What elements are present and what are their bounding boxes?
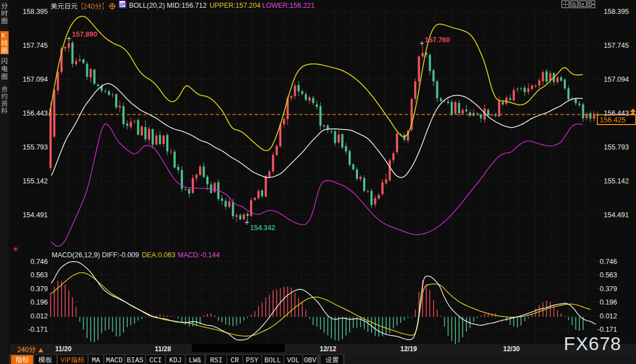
svg-text:155.793: 155.793 <box>604 143 629 151</box>
svg-text:12/30: 12/30 <box>503 345 520 353</box>
svg-text:0.012: 0.012 <box>600 312 617 320</box>
svg-text:154.491: 154.491 <box>23 211 48 219</box>
svg-text:-0.171: -0.171 <box>28 326 48 333</box>
svg-text:158.395: 158.395 <box>604 8 629 16</box>
svg-text:VOL: VOL <box>287 357 300 364</box>
svg-text:156.425: 156.425 <box>600 116 626 124</box>
svg-text:157.094: 157.094 <box>604 76 629 83</box>
svg-text:0.379: 0.379 <box>600 285 617 293</box>
svg-text:0.563: 0.563 <box>600 271 617 279</box>
svg-text:154.342: 154.342 <box>250 224 275 232</box>
svg-text:CR: CR <box>231 357 240 364</box>
svg-text:MACD: MACD <box>106 357 122 364</box>
svg-text:0.746: 0.746 <box>600 258 617 266</box>
svg-text:157.760: 157.760 <box>425 36 450 44</box>
svg-text:0.012: 0.012 <box>31 312 48 320</box>
svg-text:12/19: 12/19 <box>400 345 417 353</box>
svg-text:157.745: 157.745 <box>23 42 48 49</box>
svg-text:156.443: 156.443 <box>23 109 48 117</box>
svg-text:157.745: 157.745 <box>604 42 629 49</box>
svg-text:MACD:-0.144: MACD:-0.144 <box>178 251 220 259</box>
svg-text:KDJ: KDJ <box>169 357 182 364</box>
svg-text:-0.171: -0.171 <box>598 326 617 333</box>
svg-text:BOLL(20,2) MID:156.712: BOLL(20,2) MID:156.712 <box>129 2 207 9</box>
svg-text:LW&: LW& <box>188 357 201 364</box>
svg-text:0.563: 0.563 <box>31 271 48 279</box>
svg-text:MA: MA <box>92 357 101 364</box>
svg-text:MACD(26,12,9) DIFF:-0.009: MACD(26,12,9) DIFF:-0.009 <box>52 251 139 259</box>
svg-text:0.746: 0.746 <box>31 258 48 266</box>
svg-text:UPPER:157.204: UPPER:157.204 <box>210 2 261 9</box>
svg-text:11/20: 11/20 <box>55 345 72 353</box>
svg-text:CCI: CCI <box>149 357 162 364</box>
svg-text:154.491: 154.491 <box>604 211 629 219</box>
svg-text:155.793: 155.793 <box>23 143 48 151</box>
svg-text:LOWER:156.221: LOWER:156.221 <box>262 2 315 9</box>
svg-text:0.379: 0.379 <box>31 285 48 293</box>
svg-text:11/28: 11/28 <box>155 345 171 353</box>
svg-text:12/12: 12/12 <box>320 345 336 353</box>
svg-text:157.094: 157.094 <box>23 76 48 83</box>
svg-text:OBV: OBV <box>304 357 316 364</box>
svg-text:DEA:0.063: DEA:0.063 <box>142 251 176 259</box>
svg-text:155.142: 155.142 <box>604 177 629 185</box>
svg-text:155.142: 155.142 <box>23 177 48 185</box>
svg-text:RSI: RSI <box>210 357 223 364</box>
svg-text:BOLL: BOLL <box>264 357 281 364</box>
svg-text:PSY: PSY <box>246 357 259 364</box>
svg-text:FX678: FX678 <box>564 333 622 354</box>
svg-text:BIAS: BIAS <box>127 357 143 364</box>
svg-text:0.196: 0.196 <box>600 298 617 306</box>
svg-text:157.890: 157.890 <box>72 31 97 38</box>
svg-text:0.196: 0.196 <box>31 298 48 306</box>
svg-text:158.395: 158.395 <box>23 8 48 16</box>
